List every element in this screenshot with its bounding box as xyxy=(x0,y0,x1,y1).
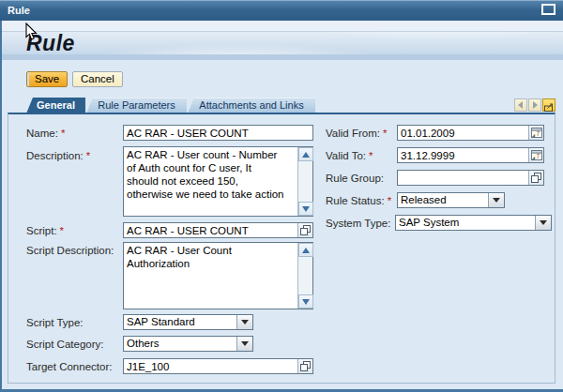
scroll-down-icon xyxy=(302,206,310,212)
system-type-label: System Type: xyxy=(326,218,390,229)
scroll-down-button[interactable] xyxy=(298,294,313,309)
script-label: Script:* xyxy=(26,225,64,236)
value-help-icon xyxy=(531,173,541,183)
name-input[interactable] xyxy=(123,125,313,141)
chevron-down-icon xyxy=(241,341,249,346)
description-textarea[interactable]: AC RAR - User count - Number of Auth cou… xyxy=(123,146,313,217)
rule-group-input-field[interactable] xyxy=(398,171,528,185)
cancel-button[interactable]: Cancel xyxy=(72,71,123,87)
calendar-icon: 7 xyxy=(531,149,542,161)
target-connector-input[interactable] xyxy=(123,358,313,374)
scroll-down-button[interactable] xyxy=(298,202,313,216)
maximize-icon[interactable] xyxy=(541,4,555,15)
script-category-dropdown-button[interactable] xyxy=(236,337,252,351)
valid-to-input[interactable]: 7 xyxy=(397,147,544,163)
script-input[interactable] xyxy=(123,222,313,238)
required-mark: * xyxy=(86,150,90,161)
tab-scroll-right-button[interactable] xyxy=(528,98,541,112)
valid-from-label: Valid From:* xyxy=(326,128,387,139)
rule-group-value-help-button[interactable] xyxy=(528,171,543,185)
rule-status-value: Released xyxy=(398,193,488,207)
required-mark: * xyxy=(60,225,64,236)
script-input-field[interactable] xyxy=(124,223,297,237)
rule-status-dropdown-button[interactable] xyxy=(488,193,504,207)
script-description-textarea[interactable]: AC RAR - User Count Authorization xyxy=(123,242,313,309)
scroll-up-button[interactable] xyxy=(298,243,313,257)
chevron-down-icon xyxy=(241,320,249,324)
scroll-right-icon xyxy=(533,101,538,109)
required-mark: * xyxy=(383,128,387,139)
required-mark: * xyxy=(61,128,65,139)
scroll-down-icon xyxy=(302,299,310,305)
valid-to-input-field[interactable] xyxy=(398,148,528,162)
script-type-value: SAP Standard xyxy=(124,315,236,329)
rule-group-label: Rule Group: xyxy=(326,173,384,184)
system-type-dropdown[interactable]: SAP System xyxy=(395,215,552,231)
window-title: Rule xyxy=(8,5,30,16)
value-help-icon xyxy=(300,361,311,371)
description-text[interactable]: AC RAR - User count - Number of Auth cou… xyxy=(124,147,298,216)
scroll-up-icon xyxy=(302,152,310,158)
tab-rule-parameters[interactable]: Rule Parameters xyxy=(86,98,187,113)
script-type-dropdown[interactable]: SAP Standard xyxy=(123,314,253,330)
header-bottom-strip xyxy=(2,54,563,60)
target-connector-value-help-button[interactable] xyxy=(297,359,312,373)
required-mark: * xyxy=(388,195,391,206)
required-mark: * xyxy=(369,150,373,161)
chevron-down-icon xyxy=(540,220,547,225)
window-titlebar: Rule xyxy=(0,0,563,21)
rule-window: { "window": { "title": "Rule" }, "header… xyxy=(0,0,563,392)
script-type-dropdown-button[interactable] xyxy=(236,315,252,329)
script-value-help-button[interactable] xyxy=(297,223,312,237)
scroll-left-icon xyxy=(518,101,523,109)
header-band xyxy=(2,31,563,55)
system-type-value: SAP System xyxy=(396,216,535,230)
svg-text:7: 7 xyxy=(536,153,540,159)
svg-text:7: 7 xyxy=(536,130,540,137)
value-help-icon xyxy=(300,225,311,235)
mouse-cursor xyxy=(25,23,38,45)
valid-from-calendar-button[interactable]: 7 xyxy=(528,126,543,140)
description-scrollbar[interactable] xyxy=(297,147,312,216)
valid-from-input-field[interactable] xyxy=(398,126,528,140)
name-label: Name:* xyxy=(26,128,65,139)
save-button[interactable]: Save xyxy=(26,71,68,87)
script-description-label: Script Description: xyxy=(26,245,114,256)
target-connector-input-field[interactable] xyxy=(124,359,297,373)
rule-status-label: Rule Status:* xyxy=(326,195,391,206)
script-category-dropdown[interactable]: Others xyxy=(123,336,253,352)
valid-to-calendar-button[interactable]: 7 xyxy=(528,148,543,162)
scroll-up-icon xyxy=(302,248,310,253)
valid-to-label: Valid To:* xyxy=(326,150,373,161)
window-left-edge xyxy=(0,21,2,392)
detach-tray-icon xyxy=(543,103,554,113)
script-description-text[interactable]: AC RAR - User Count Authorization xyxy=(124,243,298,309)
target-connector-label: Target Connector: xyxy=(26,361,112,372)
script-description-scrollbar[interactable] xyxy=(297,243,312,309)
description-label: Description:* xyxy=(26,150,90,161)
script-category-label: Script Category: xyxy=(26,339,103,350)
tab-attachments-and-links[interactable]: Attachments and Links xyxy=(188,98,315,113)
tab-general[interactable]: General xyxy=(26,98,85,113)
scroll-up-button[interactable] xyxy=(298,147,313,161)
script-type-label: Script Type: xyxy=(26,317,84,328)
calendar-icon: 7 xyxy=(531,127,542,139)
chevron-down-icon xyxy=(493,198,500,203)
valid-from-input[interactable]: 7 xyxy=(397,125,544,141)
script-category-value: Others xyxy=(124,337,236,351)
system-type-dropdown-button[interactable] xyxy=(535,216,551,230)
rule-group-input[interactable] xyxy=(397,170,544,186)
detach-tray-button[interactable] xyxy=(542,98,555,112)
tab-scroll-left-button[interactable] xyxy=(514,98,527,112)
rule-status-dropdown[interactable]: Released xyxy=(397,192,505,208)
